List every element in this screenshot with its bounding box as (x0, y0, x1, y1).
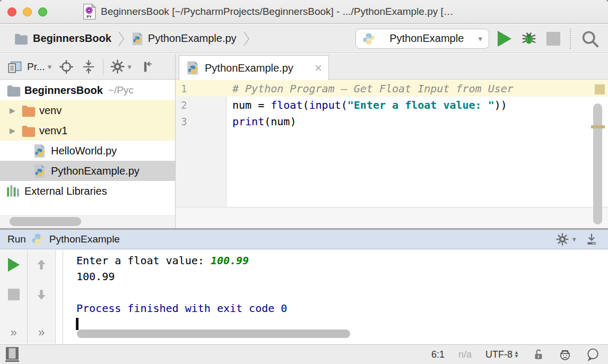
run-panel-title: Run (7, 233, 26, 245)
encoding-select-arrows-icon: ▲▼ (514, 351, 519, 358)
scroll-to-end-icon[interactable] (585, 232, 598, 246)
close-tab-icon[interactable]: × (315, 63, 322, 73)
stop-process-button[interactable] (0, 280, 27, 309)
close-window-button[interactable] (7, 7, 16, 16)
toolbar-divider (103, 59, 103, 75)
chevron-down-icon[interactable]: ▾ (48, 62, 52, 72)
console-settings-gear-icon[interactable] (556, 233, 569, 246)
tree-item-venv1[interactable]: ▶venv1 (0, 120, 175, 141)
project-tab-label[interactable]: Pr... (27, 61, 45, 73)
hide-panel-icon[interactable] (138, 59, 152, 74)
run-button[interactable] (498, 31, 511, 47)
tree-item-pythonexample-py[interactable]: PythonExample.py (0, 161, 175, 181)
editor-tab-label: PythonExample.py (205, 62, 309, 74)
tree-item-label: HelloWorld.py (51, 145, 117, 157)
tree-item-beginnersbook[interactable]: BeginnersBook~/Pyc (0, 80, 175, 100)
tree-item-external-libraries[interactable]: External Libraries (0, 181, 175, 201)
code-text: # Python Program – Get Float Input from … (227, 82, 514, 95)
line-separator[interactable]: n/a (458, 349, 472, 360)
project-tree: BeginnersBook~/Pyc▶venv▶venv1HelloWorld.… (0, 80, 175, 201)
editor-horizontal-scrollbar-track[interactable] (176, 207, 608, 228)
chevron-right-icon (118, 31, 125, 47)
collapse-all-icon[interactable] (81, 59, 96, 75)
unlocked-padlock-icon[interactable] (533, 348, 544, 361)
inspection-indicator[interactable] (595, 84, 605, 94)
chevron-down-icon[interactable]: ▾ (572, 235, 576, 244)
line-number: 2 (176, 99, 227, 111)
down-stack-trace-icon[interactable] (28, 280, 55, 309)
caret-position[interactable]: 6:1 (431, 349, 445, 360)
tool-window-toggle-icon[interactable] (5, 347, 19, 362)
console-line[interactable]: Enter a float value: 100.99 (76, 254, 608, 270)
code-editor[interactable]: 1# Python Program – Get Float Input from… (176, 80, 608, 207)
python-file-icon (33, 144, 49, 158)
minimize-window-button[interactable] (23, 7, 32, 16)
chevron-right-icon (243, 31, 250, 47)
console-toolbar: » (28, 250, 56, 344)
chevron-down-icon[interactable]: ▾ (127, 62, 132, 72)
tree-item-helloworld-py[interactable]: HelloWorld.py (0, 141, 175, 161)
folder-icon (6, 84, 22, 97)
line-number: 1 (176, 83, 227, 94)
project-horizontal-scrollbar[interactable] (0, 215, 175, 228)
folder-icon (21, 125, 37, 137)
console-line[interactable]: 100.99 (76, 270, 608, 286)
expand-arrow-icon[interactable]: ▶ (10, 126, 21, 135)
console-line[interactable] (76, 286, 608, 302)
svg-text:PY: PY (86, 15, 92, 19)
run-config-name: PythonExample (49, 233, 120, 245)
traffic-lights (0, 7, 47, 16)
run-panel-header: Run PythonExample ▾ (0, 230, 608, 249)
breadcrumb-project[interactable]: BeginnersBook (33, 32, 111, 45)
window-title: BeginnersBook [~/PycharmProjects/Beginne… (101, 6, 454, 18)
tab-band: Pr... ▾ (0, 54, 608, 80)
expand-arrow-icon[interactable]: ▶ (10, 106, 21, 115)
more-actions-chevron-icon[interactable]: » (10, 326, 16, 340)
python-file-icon (131, 32, 144, 46)
locate-file-icon[interactable] (58, 59, 74, 75)
python-file-icon (33, 164, 49, 178)
code-line[interactable]: 2num = float(input("Enter a float value:… (176, 97, 608, 113)
project-panel-toolbar: Pr... ▾ (0, 54, 175, 80)
tree-item-venv[interactable]: ▶venv (0, 100, 175, 120)
tree-item-label: PythonExample.py (51, 165, 140, 177)
debug-button[interactable] (520, 30, 538, 47)
console-horizontal-scrollbar[interactable] (77, 330, 350, 338)
chevron-down-icon: ▾ (478, 34, 482, 44)
code-line[interactable]: 1# Python Program – Get Float Input from… (176, 80, 608, 97)
rerun-button[interactable] (0, 250, 27, 280)
run-console-region: » » Enter a float value: 100.99100.99Pro… (0, 250, 608, 344)
breadcrumb-file[interactable]: PythonExample.py (148, 32, 237, 45)
code-text: print(num) (227, 115, 296, 128)
status-bar: 6:1 n/a UTF-8 ▲▼ (0, 344, 608, 364)
search-everywhere-icon[interactable] (580, 29, 600, 48)
run-configuration-select[interactable]: PythonExample ▾ (355, 29, 489, 49)
python-logo-icon (362, 32, 375, 45)
file-encoding[interactable]: UTF-8 ▲▼ (485, 349, 519, 360)
python-document-icon: PY (82, 3, 96, 20)
editor-vertical-scrollbar[interactable] (593, 103, 602, 224)
event-log-bubble-icon[interactable] (586, 348, 600, 361)
pycharm-window: PY BeginnersBook [~/PycharmProjects/Begi… (0, 0, 608, 364)
project-tool-window-icon[interactable] (7, 60, 22, 74)
more-actions-chevron-icon[interactable]: » (38, 326, 45, 340)
run-configuration-label: PythonExample (380, 32, 473, 45)
breadcrumb: BeginnersBook PythonExample.py (0, 31, 252, 47)
console-line[interactable]: Process finished with exit code 0 (76, 302, 608, 318)
folder-icon (21, 105, 37, 117)
editor-tab-pythonexample[interactable]: PythonExample.py × (179, 55, 329, 80)
fullscreen-window-button[interactable] (38, 7, 47, 16)
stop-button[interactable] (546, 32, 560, 46)
tree-item-label: BeginnersBook (24, 84, 103, 97)
settings-gear-icon[interactable] (110, 59, 125, 74)
warning-stripe-mark[interactable] (591, 125, 605, 128)
python-file-icon (186, 60, 199, 75)
folder-icon (14, 33, 29, 45)
inspections-profile-icon[interactable] (558, 348, 572, 361)
scrollbar-thumb[interactable] (10, 217, 81, 226)
up-stack-trace-icon[interactable] (28, 250, 55, 280)
tree-item-label: External Libraries (24, 185, 107, 197)
toolbar-divider (570, 29, 571, 49)
code-text: num = float(input("Enter a float value: … (227, 99, 507, 111)
code-line[interactable]: 3print(num) (176, 113, 608, 129)
